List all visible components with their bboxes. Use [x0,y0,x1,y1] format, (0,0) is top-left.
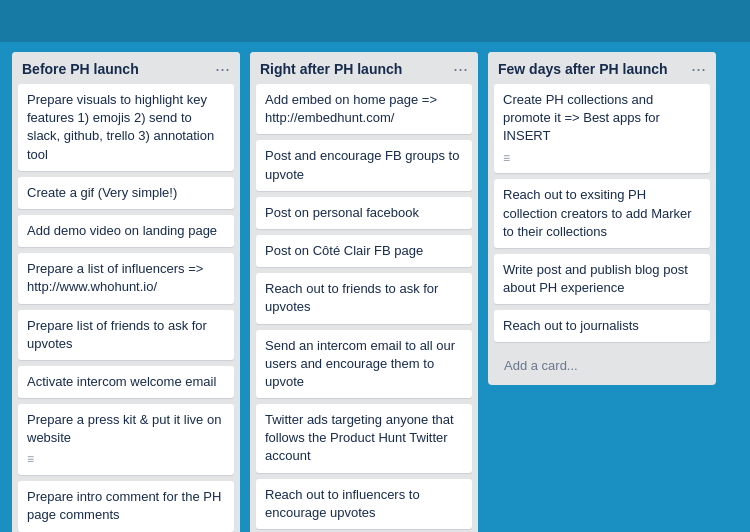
card-attachment-icon: ≡ [503,150,701,167]
card[interactable]: Post and encourage FB groups to upvote [256,140,472,190]
card[interactable]: Prepare intro comment for the PH page co… [18,481,234,531]
column-menu-right-after[interactable]: ··· [453,60,468,78]
card-text: Reach out to friends to ask for upvotes [265,281,438,314]
column-header-right-after: Right after PH launch··· [250,52,478,84]
card-text: Prepare a list of influencers => http://… [27,261,203,294]
card-text: Reach out to influencers to encourage up… [265,487,420,520]
card-text: Create PH collections and promote it => … [503,92,660,143]
card[interactable]: Add demo video on landing page [18,215,234,247]
column-header-before: Before PH launch··· [12,52,240,84]
cards-list-before: Prepare visuals to highlight key feature… [12,84,240,532]
card[interactable]: Send an intercom email to all our users … [256,330,472,399]
card-text: Send an intercom email to all our users … [265,338,455,389]
card[interactable]: Create a gif (Very simple!) [18,177,234,209]
card[interactable]: Reach out to journalists [494,310,710,342]
column-right-after: Right after PH launch···Add embed on hom… [250,52,478,532]
column-title-before: Before PH launch [22,61,139,77]
card[interactable]: Reach out to exsiting PH collection crea… [494,179,710,248]
card-text: Post on Côté Clair FB page [265,243,423,258]
column-menu-before[interactable]: ··· [215,60,230,78]
card-text: Reach out to exsiting PH collection crea… [503,187,692,238]
header [0,0,750,42]
card[interactable]: Reach out to influencers to encourage up… [256,479,472,529]
card[interactable]: Prepare a press kit & put it live on web… [18,404,234,475]
card[interactable]: Prepare list of friends to ask for upvot… [18,310,234,360]
column-title-right-after: Right after PH launch [260,61,402,77]
board: Before PH launch···Prepare visuals to hi… [0,42,750,532]
column-header-few-days-after: Few days after PH launch··· [488,52,716,84]
add-card-area-few-days-after: Add a card... [488,348,716,385]
card-text: Write post and publish blog post about P… [503,262,688,295]
card[interactable]: Activate intercom welcome email [18,366,234,398]
column-menu-few-days-after[interactable]: ··· [691,60,706,78]
card-text: Activate intercom welcome email [27,374,216,389]
card[interactable]: Write post and publish blog post about P… [494,254,710,304]
card[interactable]: Prepare visuals to highlight key feature… [18,84,234,171]
card-text: Prepare list of friends to ask for upvot… [27,318,207,351]
card-text: Add embed on home page => http://embedhu… [265,92,437,125]
card-text: Post on personal facebook [265,205,419,220]
card[interactable]: Add embed on home page => http://embedhu… [256,84,472,134]
card-text: Prepare intro comment for the PH page co… [27,489,221,522]
card-text: Reach out to journalists [503,318,639,333]
card-text: Add demo video on landing page [27,223,217,238]
card[interactable]: Post on personal facebook [256,197,472,229]
card-text: Create a gif (Very simple!) [27,185,177,200]
cards-list-right-after: Add embed on home page => http://embedhu… [250,84,478,532]
column-title-few-days-after: Few days after PH launch [498,61,668,77]
card[interactable]: Twitter ads targeting anyone that follow… [256,404,472,473]
card[interactable]: Prepare a list of influencers => http://… [18,253,234,303]
card[interactable]: Post on Côté Clair FB page [256,235,472,267]
cards-list-few-days-after: Create PH collections and promote it => … [488,84,716,348]
card-text: Post and encourage FB groups to upvote [265,148,459,181]
column-before: Before PH launch···Prepare visuals to hi… [12,52,240,532]
card-text: Prepare a press kit & put it live on web… [27,412,221,445]
card-text: Twitter ads targeting anyone that follow… [265,412,454,463]
card-attachment-icon: ≡ [27,451,225,468]
add-card-button-few-days-after[interactable]: Add a card... [498,354,584,377]
card-text: Prepare visuals to highlight key feature… [27,92,214,162]
card[interactable]: Reach out to friends to ask for upvotes [256,273,472,323]
column-few-days-after: Few days after PH launch···Create PH col… [488,52,716,385]
card[interactable]: Create PH collections and promote it => … [494,84,710,173]
